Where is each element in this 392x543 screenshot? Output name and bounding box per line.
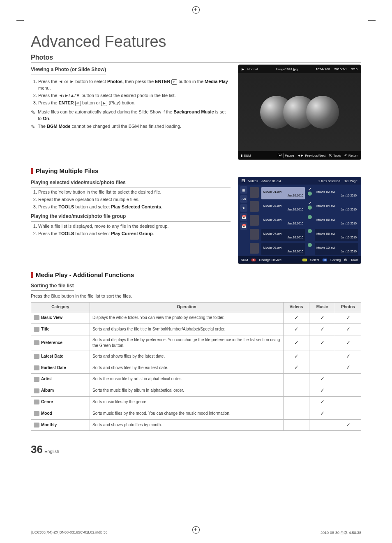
yellow-hint: C: [302, 259, 307, 261]
table-row: Latest Date Sorts and shows files by the…: [31, 351, 361, 362]
photo-steps: Press the ◄ or ► button to select Photos…: [31, 79, 231, 106]
category-icon: [34, 340, 39, 345]
file-thumb: [250, 229, 259, 240]
file-cell: Movie 06.aviJan.10.2010: [315, 215, 358, 227]
play-mode: Normal: [247, 67, 258, 71]
table-row: Earliest Date Sorts and shows files by t…: [31, 362, 361, 374]
tab-videos: Videos: [248, 179, 258, 183]
subsection-group: Playing the video/music/photo file group: [31, 213, 231, 221]
register-mark-top: [192, 6, 200, 15]
th-videos: Videos: [284, 303, 309, 312]
category-icon: [34, 411, 39, 416]
file-cell: Movie 10.aviJan.10.2010: [315, 243, 358, 255]
step-3: Press the ENTER ↵ button or ► (Play) but…: [38, 100, 231, 106]
section-additional: Media Play - Additional Functions: [31, 271, 361, 278]
check-icon: [307, 243, 312, 255]
device-sum: SUM: [241, 258, 248, 262]
device-icon: ▮: [241, 154, 242, 157]
photo-preview-panel: ▶ Normal Image1024.jpg 1024x768 2010/2/1…: [238, 65, 361, 160]
file-cell: Movie 09.aviJan.10.2010: [261, 243, 305, 255]
tools-icon: 🛠: [329, 154, 332, 157]
enter-icon: ↵: [278, 153, 284, 158]
arrows-icon: ◄►: [297, 154, 304, 157]
sel-step-3: Press the TOOLS button and select Play S…: [38, 204, 231, 210]
check-icon: ✓: [307, 201, 312, 213]
media-icon: 🎞: [242, 179, 245, 183]
subsection-sorting: Sorting the file list: [31, 282, 74, 291]
file-thumb: [250, 187, 259, 198]
table-row: Title Sorts and displays the file title …: [31, 323, 361, 335]
selected-steps: Press the Yellow button in the file list…: [31, 189, 231, 210]
sidebar-date-icon: 📅: [240, 213, 247, 221]
page-indicator: 1/1 Page: [344, 179, 357, 183]
note-icon: ✎: [31, 109, 35, 122]
step-1: Press the ◄ or ► button to select Photos…: [38, 79, 231, 92]
category-icon: [34, 315, 39, 320]
file-cell: Movie 05.aviJan.10.2010: [261, 215, 305, 227]
table-row: Preference Sorts and displays the file b…: [31, 335, 361, 351]
note-bgm: ✎The BGM Mode cannot be changed until th…: [31, 123, 231, 131]
sidebar-date2-icon: 📅: [240, 222, 247, 230]
sel-step-1: Press the Yellow button in the file list…: [38, 189, 231, 196]
tools-hint: Tools: [350, 258, 358, 262]
file-cell: Movie 01.aviJan.10.2010: [261, 187, 305, 199]
category-icon: [34, 400, 39, 404]
file-cell: Movie 03.aviJan.10.2010: [261, 201, 305, 213]
device-sum: ▮SUM: [241, 154, 251, 157]
note-icon: ✎: [31, 123, 35, 131]
grp-step-1: While a file list is displayed, move to …: [38, 223, 231, 230]
return-icon: ↶: [344, 154, 347, 157]
th-operation: Operation: [90, 303, 284, 312]
th-music: Music: [309, 303, 335, 312]
select-hint: Select: [310, 258, 319, 262]
sorting-intro: Press the Blue button in the file list t…: [31, 293, 132, 298]
note-music: ✎Music files can be automatically played…: [31, 109, 231, 122]
table-row: Mood Sorts music files by the mood. You …: [31, 408, 361, 419]
return-hint: ↶Return: [344, 154, 358, 157]
tools-hint: 🛠Tools: [329, 154, 341, 157]
table-row: Basic View Displays the whole folder. Yo…: [31, 312, 361, 323]
section-photos: Photos: [31, 54, 361, 63]
file-cell: Movie 02.aviJan.10.2010: [315, 187, 358, 199]
category-icon: [34, 327, 39, 332]
sidebar-folder-icon: ▦: [240, 186, 247, 194]
sorting-hint: Sorting: [330, 258, 341, 262]
sort-sidebar: ▦ Aa ★ 📅 📅: [240, 186, 248, 230]
sel-step-2: Repeat the above operation to select mul…: [38, 196, 231, 203]
category-icon: [34, 354, 39, 359]
check-icon: [307, 229, 312, 241]
sidebar-pref-icon: ★: [240, 204, 247, 212]
page-title: Advanced Features: [31, 33, 361, 51]
grp-step-2: Press the TOOLS button and select Play C…: [38, 231, 231, 237]
category-icon: [34, 388, 39, 393]
file-cell: Movie 07.aviJan.10.2010: [261, 229, 305, 241]
step-2: Press the ◄/►/▲/▼ button to select the d…: [38, 92, 231, 99]
subsection-selected: Playing selected video/music/photo files: [31, 179, 231, 187]
photo-filename: Image1024.jpg: [276, 67, 297, 71]
section-multiple: Playing Multiple Files: [31, 167, 361, 174]
crop-mark-tl: [16, 16, 24, 23]
file-thumb: [250, 215, 259, 226]
blue-hint: D: [323, 259, 327, 261]
selection-count: 2 files selected: [318, 179, 340, 183]
photo-index: 3/15: [351, 67, 357, 71]
footer-right: 2010-08-30 오후 4:58:38: [321, 530, 361, 536]
play-state-icon: ▶: [242, 67, 244, 71]
th-category: Category: [31, 303, 90, 312]
subsection-viewing: Viewing a Photo (or Slide Show): [31, 66, 106, 74]
table-row: Album Sorts the music file by album in a…: [31, 385, 361, 397]
red-hint: A: [251, 259, 256, 261]
file-cell: Movie 04.aviJan.10.2010: [315, 201, 358, 213]
file-thumb: [250, 243, 259, 254]
category-icon: [34, 423, 39, 427]
file-list-panel: 🎞 Videos /Movie 01.avi 2 files selected …: [238, 177, 361, 264]
photo-resolution: 1024x768: [316, 67, 330, 71]
check-icon: ✓: [307, 187, 312, 199]
group-steps: While a file list is displayed, move to …: [31, 223, 231, 237]
tools-icon: 🛠: [344, 258, 347, 262]
page-number: 36English: [31, 443, 361, 456]
photo-content: [238, 73, 361, 151]
photo-date: 2010/2/1: [334, 67, 347, 71]
table-row: Monthly Sorts and shows photo files by m…: [31, 419, 361, 431]
change-device-hint: Change Device: [259, 258, 281, 262]
